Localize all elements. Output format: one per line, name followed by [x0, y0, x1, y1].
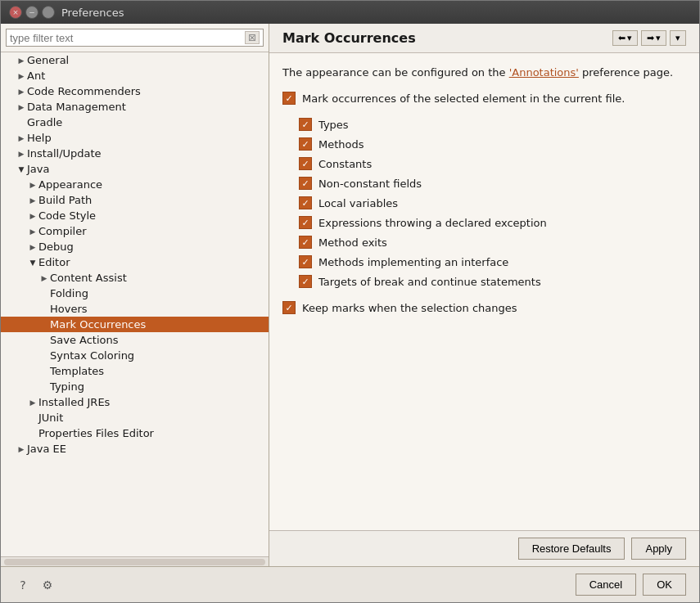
checkbox-types[interactable]	[299, 118, 312, 131]
sidebar-item-save-actions[interactable]: ▶ Save Actions	[1, 332, 269, 348]
restore-defaults-button[interactable]: Restore Defaults	[518, 538, 625, 560]
clear-filter-button[interactable]: ⊠	[245, 31, 260, 44]
sidebar-item-mark-occurrences[interactable]: ▶ Mark Occurrences	[1, 317, 269, 332]
separator	[282, 111, 686, 118]
checkbox-method-exits[interactable]	[299, 236, 312, 249]
sidebar-item-install-update[interactable]: ▶ Install/Update	[1, 146, 269, 161]
arrow-icon: ▼	[16, 164, 27, 175]
checkbox-row-constants: Constants	[282, 157, 686, 170]
sidebar-item-label: Install/Update	[27, 147, 102, 160]
sidebar-item-gradle[interactable]: ▶ Gradle	[1, 115, 269, 130]
footer-icons: ? ⚙	[14, 576, 56, 594]
help-button[interactable]: ?	[14, 576, 32, 594]
settings-button[interactable]: ⚙	[38, 576, 56, 594]
apply-button[interactable]: Apply	[631, 538, 686, 560]
description-suffix: preference page.	[579, 66, 673, 79]
sidebar-item-editor[interactable]: ▼ Editor	[1, 254, 269, 270]
sidebar-item-help[interactable]: ▶ Help	[1, 130, 269, 146]
arrow-icon: ▶	[16, 148, 27, 160]
main-checkbox-row: Mark occurrences of the selected element…	[282, 92, 686, 105]
sidebar-item-installed-jres[interactable]: ▶ Installed JREs	[1, 394, 269, 410]
cancel-button[interactable]: Cancel	[576, 574, 636, 596]
checkbox-keep-marks[interactable]	[282, 301, 296, 314]
sidebar-item-ant[interactable]: ▶ Ant	[1, 68, 269, 83]
sidebar-item-label: Code Recommenders	[27, 85, 141, 97]
sidebar-item-label: Ant	[27, 70, 45, 82]
window-title: Preferences	[61, 7, 124, 19]
sidebar-item-build-path[interactable]: ▶ Build Path	[1, 192, 269, 208]
ok-button[interactable]: OK	[643, 574, 686, 596]
navigation-buttons: ⬅ ▾ ➡ ▾ ▾	[612, 30, 686, 46]
separator2	[282, 295, 686, 301]
sidebar-item-junit[interactable]: ▶ JUnit	[1, 410, 269, 425]
back-button[interactable]: ⬅ ▾	[612, 30, 638, 46]
sidebar-item-code-recommenders[interactable]: ▶ Code Recommenders	[1, 83, 269, 99]
sidebar-item-label: JUnit	[38, 412, 63, 424]
sidebar-item-content-assist[interactable]: ▶ Content Assist	[1, 270, 269, 286]
sidebar-item-code-style[interactable]: ▶ Code Style	[1, 208, 269, 223]
sidebar-item-label: Syntax Coloring	[50, 349, 134, 362]
checkbox-label-keep-marks: Keep marks when the selection changes	[302, 302, 517, 314]
sidebar-item-label: Java EE	[27, 443, 66, 455]
checkbox-row-methods: Methods	[282, 137, 686, 151]
sidebar-item-hovers[interactable]: ▶ Hovers	[1, 301, 269, 317]
checkbox-expressions-throwing[interactable]	[299, 216, 312, 229]
sidebar: ⊠ ▶ General ▶ Ant ▶ Code Recommenders	[1, 24, 269, 566]
filter-input[interactable]	[10, 32, 245, 44]
arrow-icon: ▶	[16, 86, 27, 97]
checkbox-label-local-variables: Local variables	[318, 197, 398, 209]
sidebar-item-compiler[interactable]: ▶ Compiler	[1, 223, 269, 239]
arrow-icon: ▶	[27, 179, 38, 191]
sidebar-item-label: Content Assist	[50, 272, 127, 284]
sidebar-item-data-management[interactable]: ▶ Data Management	[1, 99, 269, 115]
main-content: ⊠ ▶ General ▶ Ant ▶ Code Recommenders	[1, 24, 699, 566]
sidebar-item-properties-files-editor[interactable]: ▶ Properties Files Editor	[1, 425, 269, 441]
sidebar-item-general[interactable]: ▶ General	[1, 52, 269, 68]
panel-body: The appearance can be configured on the …	[269, 53, 699, 530]
arrow-icon: ▶	[27, 397, 38, 408]
arrow-icon: ▶	[16, 133, 27, 144]
minimize-button[interactable]: −	[25, 6, 38, 19]
sidebar-item-label: General	[27, 54, 69, 66]
main-checkbox-label: Mark occurrences of the selected element…	[302, 92, 625, 105]
checkbox-label-constants: Constants	[318, 158, 372, 170]
maximize-button[interactable]	[42, 6, 55, 19]
arrow-icon: ▶	[27, 195, 38, 206]
dialog-footer: ? ⚙ Cancel OK	[1, 566, 699, 602]
sidebar-item-label: Code Style	[38, 209, 96, 222]
sidebar-item-java[interactable]: ▼ Java	[1, 161, 269, 177]
more-button[interactable]: ▾	[670, 30, 686, 46]
main-checkbox[interactable]	[282, 92, 296, 105]
sidebar-item-appearance[interactable]: ▶ Appearance	[1, 177, 269, 192]
checkbox-methods-implementing[interactable]	[299, 255, 312, 268]
sidebar-item-label: Editor	[38, 256, 70, 268]
settings-icon: ⚙	[43, 578, 53, 592]
sidebar-item-label: Mark Occurrences	[50, 318, 146, 331]
checkbox-label-method-exits: Method exits	[318, 236, 387, 249]
close-button[interactable]: ×	[9, 6, 22, 19]
checkbox-row-non-constant-fields: Non-constant fields	[282, 177, 686, 190]
panel-header: Mark Occurrences ⬅ ▾ ➡ ▾ ▾	[269, 24, 699, 53]
forward-dropdown-icon: ▾	[656, 33, 661, 43]
sidebar-item-syntax-coloring[interactable]: ▶ Syntax Coloring	[1, 348, 269, 363]
checkbox-non-constant-fields[interactable]	[299, 177, 312, 190]
sidebar-item-java-ee[interactable]: ▶ Java EE	[1, 441, 269, 457]
sidebar-item-label: Java	[27, 163, 49, 175]
sidebar-item-typing[interactable]: ▶ Typing	[1, 379, 269, 394]
sidebar-item-templates[interactable]: ▶ Templates	[1, 363, 269, 379]
sidebar-item-label: Typing	[50, 380, 84, 393]
checkbox-targets-break-continue[interactable]	[299, 275, 312, 288]
description-prefix: The appearance can be configured on the	[282, 66, 509, 79]
annotations-link[interactable]: 'Annotations'	[509, 66, 579, 79]
checkbox-row-methods-implementing: Methods implementing an interface	[282, 255, 686, 268]
checkbox-constants[interactable]	[299, 157, 312, 170]
panel-footer-buttons: Restore Defaults Apply	[269, 530, 699, 566]
h-scroll-thumb[interactable]	[4, 559, 265, 565]
sidebar-item-debug[interactable]: ▶ Debug	[1, 239, 269, 254]
arrow-icon: ▼	[27, 257, 38, 268]
checkbox-methods[interactable]	[299, 137, 312, 151]
checkbox-local-variables[interactable]	[299, 196, 312, 209]
sidebar-item-label: Data Management	[27, 101, 126, 113]
forward-button[interactable]: ➡ ▾	[641, 30, 666, 46]
sidebar-item-folding[interactable]: ▶ Folding	[1, 286, 269, 301]
